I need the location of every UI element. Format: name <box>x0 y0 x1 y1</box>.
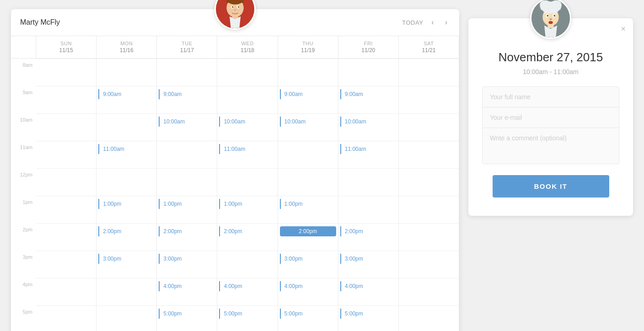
slot-3pm-day1[interactable]: 3:00pm <box>98 254 125 264</box>
time-cell-5pm-day1 <box>97 305 157 331</box>
time-label-10am: 10am <box>11 113 36 141</box>
time-cell-1pm-day0 <box>36 196 97 223</box>
time-cell-4pm-day5: 4:00pm <box>338 278 399 305</box>
time-cell-5pm-day0 <box>36 305 97 331</box>
slot-5pm-day5[interactable]: 5:00pm <box>340 309 367 319</box>
time-label-12pm: 12pm <box>11 168 36 196</box>
slot-1pm-day4[interactable]: 1:00pm <box>280 199 306 209</box>
svg-point-22 <box>554 15 555 16</box>
slot-10am-day4[interactable]: 10:00am <box>280 117 310 127</box>
slot-9am-day5[interactable]: 9:00am <box>340 89 367 99</box>
time-cell-2pm-day1: 2:00pm <box>97 223 157 251</box>
time-cell-3pm-day6 <box>399 251 459 278</box>
time-cell-12pm-day0 <box>36 168 97 196</box>
today-button[interactable]: TODAY <box>402 19 423 26</box>
time-cell-2pm-day0 <box>36 223 97 251</box>
time-cell-2pm-day3: 2:00pm <box>217 223 278 251</box>
slot-2pm-day3[interactable]: 2:00pm <box>219 226 246 236</box>
time-label-11am: 11am <box>11 141 36 168</box>
slot-3pm-day4[interactable]: 3:00pm <box>280 254 306 264</box>
time-cell-3pm-day2: 3:00pm <box>157 251 217 278</box>
booking-date: November 27, 2015 <box>482 50 619 64</box>
header-day-4: THU11/19 <box>278 36 338 59</box>
full-name-input[interactable] <box>482 86 619 107</box>
slot-4pm-day2[interactable]: 4:00pm <box>159 281 185 291</box>
slot-10am-day2[interactable]: 10:00am <box>159 117 188 127</box>
time-label-5pm: 5pm <box>11 305 36 331</box>
time-cell-5pm-day3: 5:00pm <box>217 305 278 331</box>
time-cell-4pm-day6 <box>399 278 459 305</box>
time-header-spacer <box>11 36 36 59</box>
time-label-9am: 9am <box>11 86 36 113</box>
slot-1pm-day1[interactable]: 1:00pm <box>98 199 125 209</box>
time-cell-3pm-day4: 3:00pm <box>278 251 338 278</box>
slot-2pm-day5[interactable]: 2:00pm <box>340 226 367 236</box>
time-cell-12pm-day5 <box>338 168 399 196</box>
svg-point-23 <box>549 18 552 21</box>
slot-2pm-day2[interactable]: 2:00pm <box>159 226 185 236</box>
slot-5pm-day2[interactable]: 5:00pm <box>159 309 185 319</box>
booking-panel: × November 27, 2015 10:00am - 11:00am BO… <box>468 18 633 216</box>
time-cell-10am-day2: 10:00am <box>157 113 217 141</box>
svg-rect-4 <box>226 0 243 3</box>
time-cell-9am-day5: 9:00am <box>338 86 399 113</box>
time-cell-1pm-day6 <box>399 196 459 223</box>
svg-point-24 <box>548 21 553 24</box>
booking-form <box>482 86 619 164</box>
header-day-6: SAT11/21 <box>399 36 459 59</box>
time-cell-4pm-day3: 4:00pm <box>217 278 278 305</box>
slot-10am-day3[interactable]: 10:00am <box>219 117 249 127</box>
slot-4pm-day4[interactable]: 4:00pm <box>280 281 306 291</box>
time-cell-2pm-day2: 2:00pm <box>157 223 217 251</box>
time-cell-11am-day6 <box>399 141 459 168</box>
time-cell-8am-day0 <box>36 59 97 86</box>
time-cell-10am-day3: 10:00am <box>217 113 278 141</box>
close-button[interactable]: × <box>621 25 626 33</box>
slot-3pm-day2[interactable]: 3:00pm <box>159 254 185 264</box>
svg-point-9 <box>234 9 236 11</box>
time-cell-5pm-day5: 5:00pm <box>338 305 399 331</box>
slot-3pm-day5[interactable]: 3:00pm <box>340 254 367 264</box>
page-wrapper: Marty McFly TODAY ‹ › SUN11/15MON11/16TU… <box>11 9 633 331</box>
prev-arrow-button[interactable]: ‹ <box>429 16 436 28</box>
svg-point-7 <box>232 6 233 8</box>
time-cell-8am-day6 <box>399 59 459 86</box>
time-cell-8am-day5 <box>338 59 399 86</box>
slot-11am-day1[interactable]: 11:00am <box>98 144 128 154</box>
time-cell-10am-day4: 10:00am <box>278 113 338 141</box>
slot-4pm-day5[interactable]: 4:00pm <box>340 281 367 291</box>
time-cell-5pm-day6 <box>399 305 459 331</box>
header-day-1: MON11/16 <box>97 36 157 59</box>
comment-textarea[interactable] <box>482 128 619 164</box>
slot-5pm-day3[interactable]: 5:00pm <box>219 309 246 319</box>
time-cell-11am-day4 <box>278 141 338 168</box>
time-cell-2pm-day4: 2:00pm <box>278 223 338 251</box>
time-cell-1pm-day4: 1:00pm <box>278 196 338 223</box>
time-cell-12pm-day1 <box>97 168 157 196</box>
slot-9am-day1[interactable]: 9:00am <box>98 89 125 99</box>
header-day-0: SUN11/15 <box>36 36 97 59</box>
time-cell-4pm-day0 <box>36 278 97 305</box>
time-cell-3pm-day5: 3:00pm <box>338 251 399 278</box>
next-arrow-button[interactable]: › <box>442 16 450 28</box>
slot-11am-day3[interactable]: 11:00am <box>219 144 249 154</box>
slot-11am-day5[interactable]: 11:00am <box>340 144 370 154</box>
slot-9am-day2[interactable]: 9:00am <box>159 89 185 99</box>
slot-2pm-day1[interactable]: 2:00pm <box>98 226 125 236</box>
slot-9am-day4[interactable]: 9:00am <box>280 89 306 99</box>
slot-1pm-day3[interactable]: 1:00pm <box>219 199 246 209</box>
slot-1pm-day2[interactable]: 1:00pm <box>159 199 185 209</box>
time-cell-10am-day0 <box>36 113 97 141</box>
time-cell-11am-day1: 11:00am <box>97 141 157 168</box>
slot-5pm-day4[interactable]: 5:00pm <box>280 309 306 319</box>
time-cell-1pm-day2: 1:00pm <box>157 196 217 223</box>
time-cell-9am-day6 <box>399 86 459 113</box>
slot-10am-day5[interactable]: 10:00am <box>340 117 370 127</box>
email-input[interactable] <box>482 107 619 128</box>
slot-2pm-day4[interactable]: 2:00pm <box>280 226 336 236</box>
time-cell-12pm-day3 <box>217 168 278 196</box>
slot-4pm-day3[interactable]: 4:00pm <box>219 281 246 291</box>
time-cell-11am-day2 <box>157 141 217 168</box>
book-it-button[interactable]: BOOK IT <box>493 175 609 198</box>
time-cell-9am-day4: 9:00am <box>278 86 338 113</box>
